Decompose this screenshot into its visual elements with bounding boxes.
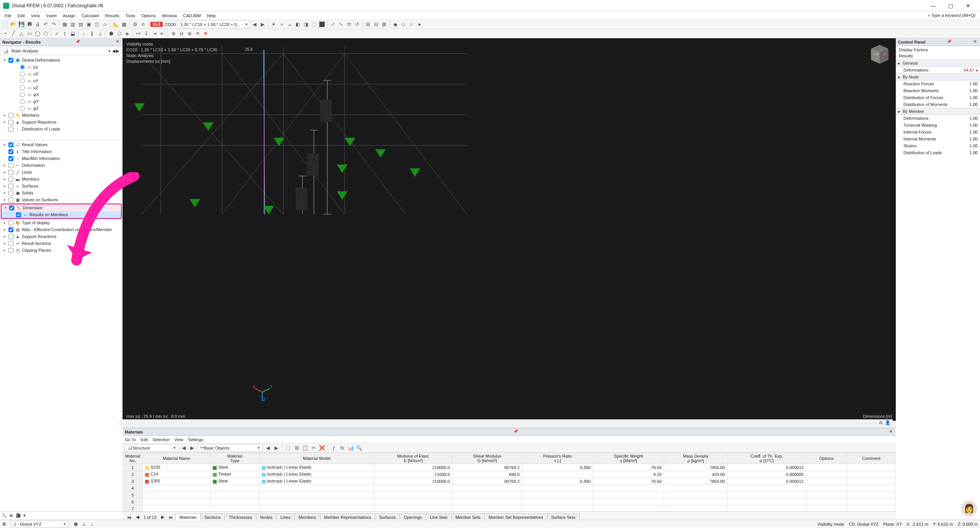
cp-row[interactable]: Reaction Moments1.00 — [896, 87, 980, 94]
lc2-icon[interactable]: ⛭ — [139, 21, 147, 28]
mat-close-icon[interactable]: ✕ — [888, 429, 893, 435]
t2-c-icon[interactable]: △ — [18, 30, 25, 37]
t2-h-icon[interactable]: ⫿ — [61, 30, 69, 37]
tool-h-icon[interactable]: ⤢ — [329, 21, 337, 28]
mat-prev2-icon[interactable]: ◀ — [264, 444, 272, 452]
mat-combo2[interactable]: ✏ Basic Objects▾ — [198, 444, 263, 452]
t2-j-icon[interactable]: ⟂ — [80, 30, 88, 37]
cp-group[interactable]: ▸By Node — [896, 73, 980, 80]
analysis-combo[interactable]: 📊Static Analysis▾ ◀▶ — [1, 47, 122, 55]
t2-o-icon[interactable]: ◈ — [123, 30, 131, 37]
tree-phiz[interactable]: ▭φZ — [0, 105, 122, 112]
tree-solids[interactable]: ▸▣Solids — [0, 189, 122, 196]
undo-icon[interactable]: ↶ — [42, 21, 49, 28]
tool-n-icon[interactable]: ⊠ — [381, 21, 388, 28]
table-row[interactable]: 2 C24 Timber Isotropic | Linear Elastic … — [123, 471, 896, 478]
mat-menu-edit[interactable]: Edit — [140, 437, 148, 442]
mat-next2-icon[interactable]: ▶ — [273, 444, 280, 452]
tab-openings[interactable]: Openings — [400, 513, 426, 521]
tree-surfaces[interactable]: ▸▱Surfaces — [0, 183, 122, 189]
table-row[interactable]: 4 — [123, 485, 896, 492]
cp-row[interactable]: Reaction Forces1.00 — [896, 80, 980, 87]
t2-p-icon[interactable]: ↦ — [134, 30, 142, 37]
menu-insert[interactable]: Insert — [43, 13, 60, 19]
open-icon[interactable]: 📂 — [10, 21, 17, 28]
cp-row[interactable]: Distribution of Loads1.00 — [896, 149, 980, 156]
menu-search[interactable]: ▸ Type a keyword (Alt+Q) — [928, 13, 978, 18]
t2-f-icon[interactable]: ⬠ — [42, 30, 49, 37]
t2-m-icon[interactable]: ⬢ — [107, 30, 115, 37]
meas-icon[interactable]: 📐 — [112, 21, 120, 28]
table-row[interactable]: 5 — [123, 492, 896, 499]
tree-supportreact[interactable]: ▸▲Support Reactions — [0, 119, 122, 125]
navtab-1-icon[interactable]: 🔍 — [2, 513, 7, 518]
tool-g-icon[interactable]: ⬛ — [318, 21, 326, 28]
tab-member-sets[interactable]: Member Sets — [451, 513, 485, 521]
t2-r-icon[interactable]: ⇥ — [150, 30, 158, 37]
tool-o-icon[interactable]: ◆ — [392, 21, 399, 28]
tree-clipping[interactable]: ▸◫Clipping Planes — [0, 247, 122, 254]
t2-l-icon[interactable]: ⊥ — [96, 30, 104, 37]
mat-combo1[interactable]: 📊 Structure▾ — [125, 444, 178, 452]
mat-tb9-icon[interactable]: 🔍 — [355, 444, 363, 452]
status-tb1-icon[interactable]: ▦ — [74, 521, 78, 526]
save-icon[interactable]: 💾 — [18, 21, 25, 28]
tool-k-icon[interactable]: ↺ — [353, 21, 361, 28]
menu-calculate[interactable]: Calculate — [78, 13, 102, 19]
navtab-2-icon[interactable]: 👁 — [9, 513, 13, 518]
navtab-3-icon[interactable]: 🎥 — [16, 513, 21, 518]
t2-u-icon[interactable]: ⊖ — [178, 30, 185, 37]
t2-s-icon[interactable]: ⇤ — [158, 30, 166, 37]
grid-icon[interactable]: ▦ — [120, 21, 128, 28]
tree-global-def[interactable]: ▾🔷Global Deformations — [0, 57, 122, 64]
table-row[interactable]: 7 — [123, 505, 896, 512]
tab-sections[interactable]: Sections — [200, 513, 225, 521]
mat-tb7-icon[interactable]: fx — [338, 444, 346, 452]
tab-line-sets[interactable]: Line Sets — [426, 513, 452, 521]
tab-surfaces[interactable]: Surfaces — [375, 513, 400, 521]
mat-prev-icon[interactable]: ◀ — [180, 444, 188, 452]
mat-tb1-icon[interactable]: ⬚ — [284, 444, 292, 452]
mat-tb4-icon[interactable]: ✂ — [310, 444, 317, 452]
cp-group[interactable]: ▸By Member — [896, 108, 980, 115]
menu-options[interactable]: Options — [138, 13, 159, 19]
tree-titleinfo[interactable]: ℹTitle Information — [0, 148, 122, 155]
cp-row[interactable]: Distribution of Forces1.00 — [896, 94, 980, 101]
table-row[interactable]: 3 S355 Steel Isotropic | Linear Elastic … — [123, 478, 896, 485]
status-cs-combo[interactable]: 1 - Global XYZ▾ — [11, 521, 69, 528]
saveas-icon[interactable]: 🖪 — [26, 21, 33, 28]
t2-k-icon[interactable]: ∥ — [88, 30, 96, 37]
mat-menu-settings[interactable]: Settings — [188, 437, 203, 442]
tab-surface-sets[interactable]: Surface Sets — [547, 513, 580, 521]
cp-row[interactable]: Torsional Warping1.00 — [896, 122, 980, 129]
tree-distloads[interactable]: ↓Distribution of Loads — [0, 125, 122, 132]
close-button[interactable]: ✕ — [959, 0, 977, 11]
tool-e-icon[interactable]: ◨ — [302, 21, 310, 28]
tab-members[interactable]: Members — [294, 513, 320, 521]
menu-cadbim[interactable]: CAD-BIM — [180, 13, 204, 19]
prev-lc-icon[interactable]: ◀ — [251, 21, 258, 28]
tree-uz[interactable]: ▭uZ — [0, 84, 122, 91]
tree-resultsect[interactable]: ▸✂Result Sections — [0, 240, 122, 247]
tool-l-icon[interactable]: ⊞ — [364, 21, 372, 28]
view3-icon[interactable]: ▤ — [77, 21, 85, 28]
cp-pin-icon[interactable]: 📌 — [946, 39, 952, 45]
tool-a-icon[interactable]: ✦ — [270, 21, 278, 28]
menu-file[interactable]: File — [2, 13, 15, 19]
tree-u[interactable]: ▭|u| — [0, 64, 122, 70]
tab-lines[interactable]: Lines — [276, 513, 294, 521]
t2-q-icon[interactable]: ↧ — [142, 30, 150, 37]
load-combo[interactable]: 1.35 * LC10 + 1.50 * LC20 + 0...▾ — [178, 21, 250, 28]
viewport-3d[interactable]: Visibility mode CO10 : 1.35 * LC10 + 1.5… — [122, 38, 896, 421]
mat-first-icon[interactable]: ⏮ — [125, 515, 134, 520]
print-icon[interactable]: 🖨 — [34, 21, 41, 28]
tree-dimension[interactable]: ▾📏Dimension — [2, 204, 121, 211]
mat-next-icon[interactable]: ▶ — [188, 444, 196, 452]
mat-tb3-icon[interactable]: 📋 — [301, 444, 309, 452]
status-cs-icon[interactable]: ⊞ — [2, 521, 6, 526]
tool-q-icon[interactable]: ○ — [408, 21, 415, 28]
tree-deformation[interactable]: ▸〰Deformation — [0, 162, 122, 169]
menu-results[interactable]: Results — [102, 13, 122, 19]
tree-ribs[interactable]: ▸▤Ribs - Effective Contribution on Surfa… — [0, 226, 122, 233]
tool-b-icon[interactable]: ⟐ — [278, 21, 286, 28]
